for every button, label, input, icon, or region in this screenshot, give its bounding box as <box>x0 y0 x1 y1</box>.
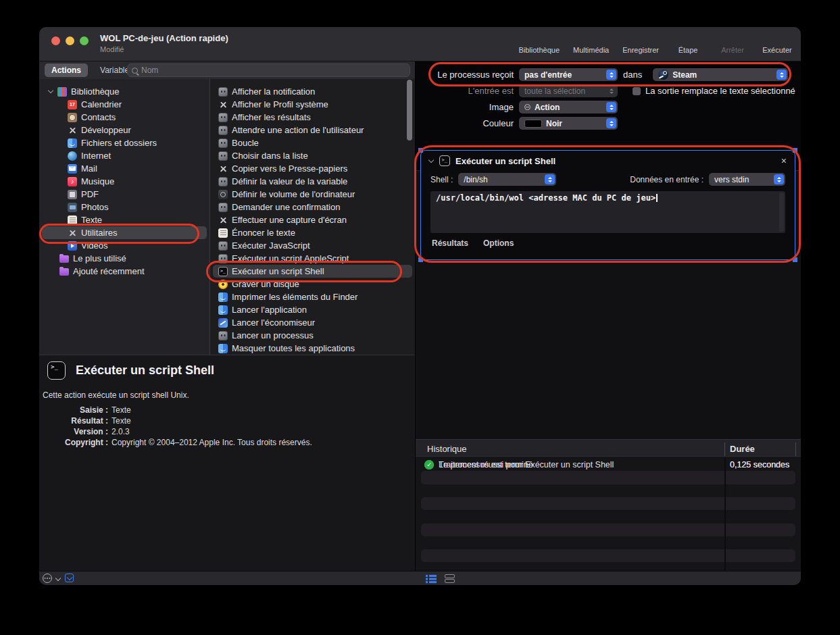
toolbar-button[interactable]: Exécuter <box>762 30 793 54</box>
toolbar-button[interactable]: Étape <box>672 30 703 54</box>
sidebar-item[interactable]: Texte <box>42 213 207 226</box>
action-block-footer: Résultats Options <box>421 233 795 248</box>
action-list-item[interactable]: Afficher la notification <box>213 85 412 98</box>
action-list-item[interactable]: Boucle <box>213 136 412 149</box>
image-popup[interactable]: Action <box>519 101 618 113</box>
action-list-item[interactable]: Lancer un processus <box>213 329 412 342</box>
action-list-item[interactable]: Copier vers le Presse-papiers <box>213 162 412 175</box>
traffic-lights <box>51 36 89 45</box>
more-options-icon[interactable] <box>43 574 52 583</box>
popup-stepper-icon <box>606 102 616 112</box>
sidebar-item-label: Développeur <box>81 125 131 135</box>
toolbar-button-label: Arrêter <box>721 46 744 54</box>
shell-popup[interactable]: /bin/sh <box>458 173 556 186</box>
color-popup[interactable]: Noir <box>519 117 618 130</box>
sidebar-item[interactable]: Fichiers et dossiers <box>42 136 207 149</box>
description-field: Copyright : Copyright © 2004–2012 Apple … <box>39 437 415 448</box>
action-list-item[interactable]: Imprimer les éléments du Finder <box>213 290 412 303</box>
action-block-header[interactable]: Exécuter un script Shell × <box>421 151 795 171</box>
sidebar-item[interactable]: Mail <box>42 162 207 175</box>
action-list-item[interactable]: Attendre une action de l'utilisateur <box>213 124 412 136</box>
selection-handle <box>418 257 423 262</box>
script-editor[interactable]: /usr/local/bin/wol <adresse MAC du PC de… <box>430 191 785 233</box>
sidebar-item[interactable]: Bibliothèque <box>42 85 207 98</box>
input-data-popup[interactable]: vers stdin <box>709 173 785 186</box>
action-item-label: Choisir dans la liste <box>232 151 308 161</box>
action-list-item[interactable]: Définir le volume de l'ordinateur <box>213 188 412 201</box>
toolbar-button[interactable]: Multimédia <box>573 30 609 54</box>
disclosure-chevron-icon[interactable] <box>48 88 53 93</box>
input-selection-popup: toute la sélection <box>519 84 618 97</box>
sidebar-item[interactable]: Le plus utilisé <box>42 252 207 265</box>
action-list-item[interactable]: Effectuer une capture d'écran <box>213 213 412 226</box>
history-header-label: Historique <box>427 444 467 454</box>
sidebar-item[interactable]: Vidéos <box>42 239 207 252</box>
toolbar-button[interactable]: Bibliothèque <box>518 30 560 54</box>
sidebar-item[interactable]: Développeur <box>42 124 207 136</box>
action-list-item[interactable]: Exécuter un script AppleScript <box>213 252 412 265</box>
history-row[interactable]: ✓ Le processus est terminé 0,125 seconde… <box>416 458 801 471</box>
history-row-text: Le processus est terminé <box>439 460 533 469</box>
run-shell-script-action[interactable]: Exécuter un script Shell × Shell : /bin/… <box>420 150 795 260</box>
sidebar-item-icon <box>68 228 77 238</box>
tab-actions[interactable]: Actions <box>45 63 88 77</box>
action-item-label: Définir la valeur de la variable <box>232 176 347 186</box>
sidebar-item[interactable]: Contacts <box>42 111 207 124</box>
action-list-item[interactable]: Exécuter JavaScript <box>213 239 412 252</box>
sidebar-item[interactable]: Musique <box>42 175 207 188</box>
selected-step-icon[interactable] <box>65 574 74 582</box>
action-list-item[interactable]: Exécuter un script Shell <box>213 265 412 278</box>
search-field[interactable] <box>127 63 410 77</box>
sidebar-item[interactable]: Internet <box>42 149 207 162</box>
library-sidebar: Bibliothèque Calendrier <box>39 79 209 355</box>
history-column-divider[interactable] <box>795 442 796 456</box>
output-replaces-checkbox[interactable] <box>633 87 641 95</box>
sidebar-item[interactable]: Utilitaires <box>42 226 207 239</box>
description-field-value: Texte <box>112 405 131 415</box>
description-field-value: Texte <box>112 416 131 426</box>
log-list-view-icon[interactable] <box>426 575 437 583</box>
options-button[interactable]: Options <box>483 238 514 248</box>
minimize-window-button[interactable] <box>66 36 74 45</box>
process-input-popup[interactable]: pas d'entrée <box>519 68 618 81</box>
chevron-down-icon[interactable] <box>55 576 61 581</box>
action-list-item[interactable]: Lancer l'économiseur <box>213 316 412 329</box>
sidebar-item[interactable]: Ajouté récemment <box>42 265 207 278</box>
action-block-controls: Shell : /bin/sh Données en entrée : vers… <box>421 171 795 186</box>
toolbar-button[interactable]: Enregistrer <box>622 30 659 54</box>
action-list-item[interactable]: Définir la valeur de la variable <box>213 175 412 188</box>
close-window-button[interactable] <box>51 36 60 45</box>
action-item-label: Exécuter JavaScript <box>232 240 310 251</box>
application-popup[interactable]: Steam <box>653 68 788 81</box>
toolbar-button-label: Enregistrer <box>622 46 659 54</box>
action-item-label: Exécuter un script AppleScript <box>232 253 349 263</box>
action-list-item[interactable]: Choisir dans la liste <box>213 149 412 162</box>
action-list-item[interactable]: Lancer l'application <box>213 303 412 316</box>
sidebar-item[interactable]: PDF <box>42 188 207 201</box>
status-bar <box>39 571 801 585</box>
sidebar-item[interactable]: Photos <box>42 201 207 213</box>
action-list-item[interactable]: Afficher les résultats <box>213 111 412 124</box>
action-list-item[interactable]: Demander une confirmation <box>213 201 412 213</box>
actions-list-scrollbar[interactable] <box>407 80 412 141</box>
action-item-label: Demander une confirmation <box>232 202 340 212</box>
search-input[interactable] <box>141 66 405 75</box>
history-column-divider[interactable] <box>724 442 725 456</box>
action-list-item[interactable]: Graver un disque <box>213 278 412 290</box>
toolbar-button[interactable]: Arrêter <box>717 30 748 54</box>
close-action-icon[interactable]: × <box>781 156 787 166</box>
action-list-item[interactable]: Énoncer le texte <box>213 226 412 239</box>
action-item-icon <box>218 267 228 276</box>
results-button[interactable]: Résultats <box>432 238 468 248</box>
zoom-window-button[interactable] <box>80 36 89 45</box>
action-item-label: Boucle <box>232 138 259 148</box>
log-stack-view-icon[interactable] <box>445 574 455 578</box>
action-list-item[interactable]: Masquer toutes les applications <box>213 342 412 355</box>
sidebar-item-label: Musique <box>81 176 114 186</box>
sidebar-item[interactable]: Calendrier <box>42 98 207 111</box>
action-list-item[interactable]: Afficher le Profil système <box>213 98 412 111</box>
collapse-chevron-icon[interactable] <box>428 157 434 162</box>
sidebar-item-label: Mail <box>81 163 97 174</box>
action-item-icon <box>218 113 228 122</box>
actions-list: Afficher la notification Afficher le Pro… <box>210 79 415 355</box>
